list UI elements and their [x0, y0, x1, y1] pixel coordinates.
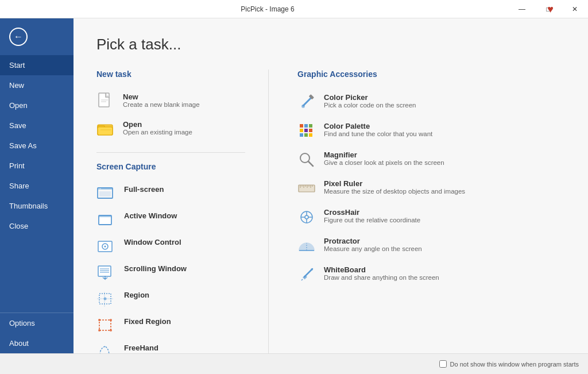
heart-icon: ♥ — [547, 3, 554, 16]
acc-protractor[interactable]: Protractor Measure any angle on the scre… — [297, 232, 565, 260]
sidebar-item-new[interactable]: New — [0, 75, 74, 95]
acc-color-palette[interactable]: Color Palette Find and tune the color th… — [297, 117, 565, 145]
acc-pixel-ruler[interactable]: Pixel Ruler Measure the size of desktop … — [297, 174, 565, 203]
svg-rect-8 — [98, 188, 113, 190]
sidebar-item-save-as[interactable]: Save As — [0, 136, 74, 156]
sidebar-item-thumbnails[interactable]: Thumbnails — [0, 196, 74, 216]
acc-pixel-ruler-text: Pixel Ruler Measure the size of desktop … — [324, 179, 465, 195]
divider — [96, 152, 245, 153]
acc-crosshair-text: CrossHair Figure out the relative coordi… — [324, 208, 420, 223]
acc-magnifier-text: Magnifier Give a closer look at pixels o… — [324, 151, 444, 166]
svg-rect-43 — [309, 133, 312, 137]
svg-rect-5 — [98, 127, 113, 135]
capture-window-control[interactable]: Window Control — [96, 233, 245, 260]
active-window-icon — [96, 211, 114, 229]
svg-rect-35 — [300, 124, 303, 128]
capture-fixed-region-text: Fixed Region — [124, 317, 171, 326]
svg-rect-25 — [99, 320, 111, 330]
bottom-bar: Do not show this window when program sta… — [0, 353, 588, 374]
sidebar-item-open[interactable]: Open — [0, 95, 74, 115]
acc-magnifier[interactable]: Magnifier Give a closer look at pixels o… — [297, 145, 565, 174]
svg-rect-37 — [309, 124, 312, 128]
fixed-region-icon — [96, 317, 114, 334]
scrolling-window-icon — [96, 264, 114, 282]
left-column: New task New Create a new blank image — [96, 70, 269, 353]
crosshair-icon — [297, 208, 316, 226]
sidebar-bottom: Options About — [0, 313, 74, 353]
acc-color-picker[interactable]: Color Picker Pick a color code on the sc… — [297, 88, 565, 117]
sidebar-item-close[interactable]: Close — [0, 216, 74, 236]
svg-line-32 — [303, 98, 311, 106]
svg-rect-41 — [300, 133, 303, 137]
svg-rect-17 — [98, 266, 111, 276]
sidebar-item-about[interactable]: About — [0, 333, 74, 353]
acc-color-palette-text: Color Palette Find and tune the color th… — [324, 122, 432, 137]
acc-protractor-text: Protractor Measure any angle on the scre… — [324, 237, 422, 252]
svg-point-29 — [110, 329, 112, 331]
svg-point-56 — [305, 215, 308, 219]
svg-rect-42 — [304, 133, 308, 137]
svg-line-45 — [308, 161, 313, 166]
fullscreen-icon — [96, 185, 114, 202]
svg-rect-40 — [309, 129, 312, 132]
sidebar-item-share[interactable]: Share — [0, 176, 74, 196]
sidebar-item-start[interactable]: Start — [0, 55, 74, 75]
back-button[interactable]: ← — [5, 23, 32, 51]
capture-region[interactable]: Region — [96, 286, 245, 313]
window-control-icon — [96, 238, 114, 255]
capture-active-window[interactable]: Active Window — [96, 207, 245, 233]
svg-rect-13 — [99, 215, 111, 217]
svg-point-66 — [311, 268, 313, 271]
no-show-checkbox[interactable] — [439, 360, 447, 368]
capture-fixed-region[interactable]: Fixed Region — [96, 313, 245, 339]
sidebar: ← Start New Open Save Save As Print Shar… — [0, 18, 74, 353]
svg-rect-39 — [304, 129, 308, 132]
svg-point-27 — [110, 319, 112, 321]
capture-fullscreen[interactable]: Full-screen — [96, 180, 245, 207]
task-new[interactable]: New Create a new blank image — [96, 88, 245, 115]
color-palette-icon — [297, 122, 316, 140]
magnifier-icon — [297, 151, 316, 169]
window-title: PicPick - Image 6 — [26, 5, 509, 13]
close-button[interactable]: ✕ — [562, 0, 588, 18]
task-open-text: Open Open an existing image — [123, 120, 192, 136]
whiteboard-icon — [297, 265, 316, 284]
right-column: Graphic Accessories Color Picker Pick a … — [269, 70, 565, 353]
color-picker-icon — [297, 93, 316, 111]
sidebar-item-save[interactable]: Save — [0, 115, 74, 136]
app-body: ← Start New Open Save Save As Print Shar… — [0, 18, 588, 353]
protractor-icon — [297, 237, 316, 255]
minimize-button[interactable]: — — [509, 0, 535, 18]
acc-whiteboard[interactable]: WhiteBoard Draw and share anything on th… — [297, 260, 565, 289]
graphic-accessories-title: Graphic Accessories — [297, 70, 565, 79]
svg-rect-11 — [99, 191, 111, 196]
capture-scrolling-window-text: Scrolling Window — [124, 264, 187, 273]
no-show-label[interactable]: Do not show this window when program sta… — [439, 360, 579, 368]
svg-point-9 — [99, 188, 100, 190]
capture-freehand[interactable]: + FreeHand — [96, 339, 245, 353]
svg-point-33 — [301, 105, 305, 108]
region-icon — [96, 291, 114, 308]
sidebar-item-print[interactable]: Print — [0, 156, 74, 176]
back-circle-icon: ← — [9, 28, 28, 46]
svg-point-28 — [98, 329, 100, 331]
new-task-section-title: New task — [96, 70, 245, 79]
svg-point-16 — [105, 246, 106, 248]
capture-fullscreen-text: Full-screen — [124, 185, 164, 194]
svg-point-24 — [104, 298, 107, 300]
svg-point-10 — [100, 188, 101, 190]
main-content: Pick a task... New task — [74, 18, 588, 353]
freehand-icon: + — [96, 344, 114, 353]
capture-active-window-text: Active Window — [124, 211, 177, 220]
acc-crosshair[interactable]: CrossHair Figure out the relative coordi… — [297, 203, 565, 232]
svg-rect-36 — [304, 124, 308, 128]
task-new-text: New Create a new blank image — [123, 92, 200, 108]
folder-open-icon — [96, 120, 115, 138]
capture-window-control-text: Window Control — [124, 238, 181, 246]
screen-capture-section-title: Screen Capture — [96, 162, 245, 171]
file-new-icon — [96, 92, 115, 111]
task-open[interactable]: Open Open an existing image — [96, 115, 245, 143]
capture-scrolling-window[interactable]: Scrolling Window — [96, 260, 245, 286]
sidebar-item-options[interactable]: Options — [0, 313, 74, 333]
capture-region-text: Region — [124, 291, 149, 299]
